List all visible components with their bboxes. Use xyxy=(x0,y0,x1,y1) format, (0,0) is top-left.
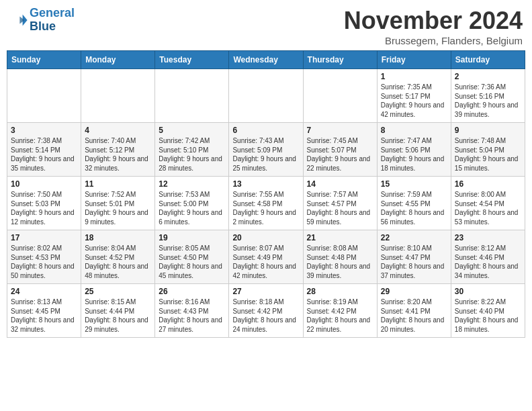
day-info: Sunrise: 8:15 AM Sunset: 4:44 PM Dayligh… xyxy=(85,298,151,334)
day-cell: 9Sunrise: 7:48 AM Sunset: 5:04 PM Daylig… xyxy=(451,123,525,177)
day-number: 29 xyxy=(381,287,447,296)
day-number: 13 xyxy=(232,179,299,189)
day-info: Sunrise: 7:38 AM Sunset: 5:14 PM Dayligh… xyxy=(11,136,77,173)
day-info: Sunrise: 8:13 AM Sunset: 4:45 PM Dayligh… xyxy=(11,298,77,334)
day-number: 27 xyxy=(232,287,299,296)
day-info: Sunrise: 8:22 AM Sunset: 4:40 PM Dayligh… xyxy=(455,298,521,334)
weekday-header-row: SundayMondayTuesdayWednesdayThursdayFrid… xyxy=(7,51,525,69)
day-cell: 2Sunrise: 7:36 AM Sunset: 5:16 PM Daylig… xyxy=(451,69,525,123)
day-number: 4 xyxy=(85,126,151,135)
day-info: Sunrise: 8:18 AM Sunset: 4:42 PM Dayligh… xyxy=(232,298,299,334)
day-number: 12 xyxy=(159,179,225,189)
weekday-header-monday: Monday xyxy=(81,51,155,69)
week-row-5: 24Sunrise: 8:13 AM Sunset: 4:45 PM Dayli… xyxy=(7,284,525,338)
day-number: 3 xyxy=(11,126,77,135)
day-cell: 27Sunrise: 8:18 AM Sunset: 4:42 PM Dayli… xyxy=(229,284,303,338)
day-info: Sunrise: 7:42 AM Sunset: 5:10 PM Dayligh… xyxy=(159,136,225,173)
day-info: Sunrise: 8:12 AM Sunset: 4:46 PM Dayligh… xyxy=(455,244,521,280)
day-number: 28 xyxy=(307,287,373,296)
day-info: Sunrise: 7:59 AM Sunset: 4:55 PM Dayligh… xyxy=(381,190,447,226)
day-cell xyxy=(81,69,155,123)
day-cell: 22Sunrise: 8:10 AM Sunset: 4:47 PM Dayli… xyxy=(377,230,451,284)
day-info: Sunrise: 8:02 AM Sunset: 4:53 PM Dayligh… xyxy=(11,244,77,280)
day-info: Sunrise: 8:05 AM Sunset: 4:50 PM Dayligh… xyxy=(159,244,225,280)
day-number: 24 xyxy=(11,287,77,296)
day-number: 16 xyxy=(455,179,521,189)
day-info: Sunrise: 7:36 AM Sunset: 5:16 PM Dayligh… xyxy=(455,83,521,119)
day-cell: 17Sunrise: 8:02 AM Sunset: 4:53 PM Dayli… xyxy=(7,230,81,284)
month-title: November 2024 xyxy=(344,7,523,35)
day-info: Sunrise: 8:08 AM Sunset: 4:48 PM Dayligh… xyxy=(307,244,373,280)
location-title: Brussegem, Flanders, Belgium xyxy=(344,35,523,46)
day-cell: 10Sunrise: 7:50 AM Sunset: 5:03 PM Dayli… xyxy=(7,177,81,230)
day-number: 23 xyxy=(455,233,521,242)
day-info: Sunrise: 8:04 AM Sunset: 4:52 PM Dayligh… xyxy=(85,244,151,280)
day-number: 11 xyxy=(85,179,151,189)
day-number: 2 xyxy=(455,72,521,81)
title-block: November 2024 Brussegem, Flanders, Belgi… xyxy=(344,7,523,46)
page-header: General Blue November 2024 Brussegem, Fl… xyxy=(7,7,525,46)
day-number: 17 xyxy=(11,233,77,242)
day-number: 9 xyxy=(455,126,521,135)
day-cell: 7Sunrise: 7:45 AM Sunset: 5:07 PM Daylig… xyxy=(303,123,377,177)
day-cell: 13Sunrise: 7:55 AM Sunset: 4:58 PM Dayli… xyxy=(229,177,303,230)
day-info: Sunrise: 7:43 AM Sunset: 5:09 PM Dayligh… xyxy=(232,136,299,173)
weekday-header-thursday: Thursday xyxy=(303,51,377,69)
day-number: 30 xyxy=(455,287,521,296)
week-row-1: 1Sunrise: 7:35 AM Sunset: 5:17 PM Daylig… xyxy=(7,69,525,123)
day-cell: 19Sunrise: 8:05 AM Sunset: 4:50 PM Dayli… xyxy=(155,230,229,284)
day-number: 22 xyxy=(381,233,447,242)
day-info: Sunrise: 8:10 AM Sunset: 4:47 PM Dayligh… xyxy=(381,244,447,280)
day-cell: 24Sunrise: 8:13 AM Sunset: 4:45 PM Dayli… xyxy=(7,284,81,338)
day-cell xyxy=(7,69,81,123)
weekday-header-friday: Friday xyxy=(377,51,451,69)
day-number: 15 xyxy=(381,179,447,189)
day-cell xyxy=(303,69,377,123)
logo-icon xyxy=(9,11,28,30)
day-number: 20 xyxy=(232,233,299,242)
day-cell: 5Sunrise: 7:42 AM Sunset: 5:10 PM Daylig… xyxy=(155,123,229,177)
weekday-header-wednesday: Wednesday xyxy=(229,51,303,69)
weekday-header-sunday: Sunday xyxy=(7,51,81,69)
day-cell: 16Sunrise: 8:00 AM Sunset: 4:54 PM Dayli… xyxy=(451,177,525,230)
week-row-4: 17Sunrise: 8:02 AM Sunset: 4:53 PM Dayli… xyxy=(7,230,525,284)
day-number: 10 xyxy=(11,179,77,189)
day-cell: 4Sunrise: 7:40 AM Sunset: 5:12 PM Daylig… xyxy=(81,123,155,177)
day-info: Sunrise: 7:53 AM Sunset: 5:00 PM Dayligh… xyxy=(159,190,225,226)
day-info: Sunrise: 7:52 AM Sunset: 5:01 PM Dayligh… xyxy=(85,190,151,226)
logo: General Blue xyxy=(9,7,75,34)
day-number: 21 xyxy=(307,233,373,242)
day-info: Sunrise: 8:16 AM Sunset: 4:43 PM Dayligh… xyxy=(159,298,225,334)
day-info: Sunrise: 7:35 AM Sunset: 5:17 PM Dayligh… xyxy=(381,83,447,119)
day-info: Sunrise: 8:20 AM Sunset: 4:41 PM Dayligh… xyxy=(381,298,447,334)
day-cell: 18Sunrise: 8:04 AM Sunset: 4:52 PM Dayli… xyxy=(81,230,155,284)
weekday-header-saturday: Saturday xyxy=(451,51,525,69)
day-cell: 28Sunrise: 8:19 AM Sunset: 4:42 PM Dayli… xyxy=(303,284,377,338)
day-number: 19 xyxy=(159,233,225,242)
day-info: Sunrise: 7:50 AM Sunset: 5:03 PM Dayligh… xyxy=(11,190,77,226)
day-number: 6 xyxy=(232,126,299,135)
day-number: 7 xyxy=(307,126,373,135)
day-cell: 15Sunrise: 7:59 AM Sunset: 4:55 PM Dayli… xyxy=(377,177,451,230)
week-row-3: 10Sunrise: 7:50 AM Sunset: 5:03 PM Dayli… xyxy=(7,177,525,230)
day-cell: 1Sunrise: 7:35 AM Sunset: 5:17 PM Daylig… xyxy=(377,69,451,123)
weekday-header-tuesday: Tuesday xyxy=(155,51,229,69)
day-cell: 14Sunrise: 7:57 AM Sunset: 4:57 PM Dayli… xyxy=(303,177,377,230)
day-cell: 11Sunrise: 7:52 AM Sunset: 5:01 PM Dayli… xyxy=(81,177,155,230)
day-cell xyxy=(229,69,303,123)
day-info: Sunrise: 7:48 AM Sunset: 5:04 PM Dayligh… xyxy=(455,136,521,173)
day-info: Sunrise: 8:07 AM Sunset: 4:49 PM Dayligh… xyxy=(232,244,299,280)
day-number: 14 xyxy=(307,179,373,189)
day-cell: 8Sunrise: 7:47 AM Sunset: 5:06 PM Daylig… xyxy=(377,123,451,177)
day-cell: 23Sunrise: 8:12 AM Sunset: 4:46 PM Dayli… xyxy=(451,230,525,284)
day-cell: 6Sunrise: 7:43 AM Sunset: 5:09 PM Daylig… xyxy=(229,123,303,177)
day-cell xyxy=(155,69,229,123)
day-cell: 30Sunrise: 8:22 AM Sunset: 4:40 PM Dayli… xyxy=(451,284,525,338)
day-cell: 29Sunrise: 8:20 AM Sunset: 4:41 PM Dayli… xyxy=(377,284,451,338)
day-info: Sunrise: 7:47 AM Sunset: 5:06 PM Dayligh… xyxy=(381,136,447,173)
day-number: 1 xyxy=(381,72,447,81)
day-info: Sunrise: 7:45 AM Sunset: 5:07 PM Dayligh… xyxy=(307,136,373,173)
day-cell: 21Sunrise: 8:08 AM Sunset: 4:48 PM Dayli… xyxy=(303,230,377,284)
day-cell: 3Sunrise: 7:38 AM Sunset: 5:14 PM Daylig… xyxy=(7,123,81,177)
day-cell: 12Sunrise: 7:53 AM Sunset: 5:00 PM Dayli… xyxy=(155,177,229,230)
